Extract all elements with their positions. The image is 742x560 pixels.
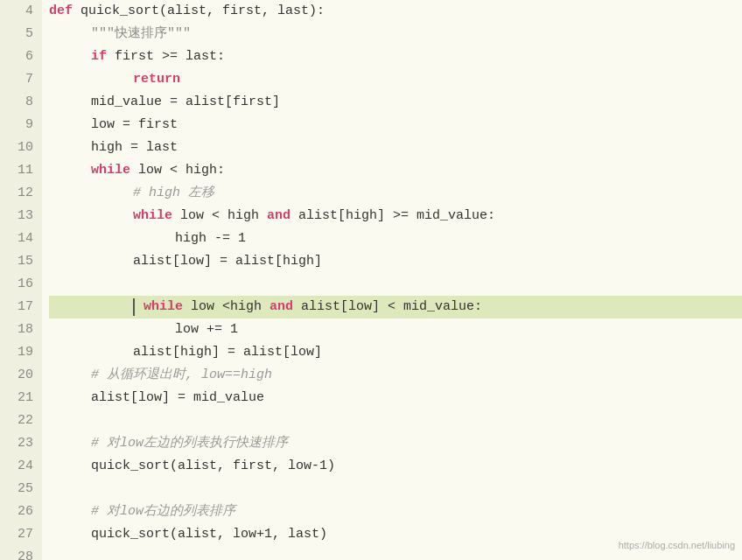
line-number-17: 17 — [0, 296, 33, 318]
line-number-18: 18 — [0, 318, 33, 341]
code-line-6: if first >= last: — [49, 46, 742, 68]
watermark: https://blog.csdn.net/liubing — [619, 534, 735, 556]
code-text-2: alist[low] < mid_value: — [293, 296, 482, 318]
code-token: quick_sort(alist, first, low-1) — [91, 455, 335, 478]
line-number-26: 26 — [0, 500, 33, 523]
code-line-4: def quick_sort(alist, first, last): — [49, 0, 742, 23]
line-number-8: 8 — [0, 91, 33, 114]
code-line-24: quick_sort(alist, first, low-1) — [49, 455, 742, 478]
code-line-17: while low <high and alist[low] < mid_val… — [49, 296, 742, 318]
line-number-6: 6 — [0, 46, 33, 68]
code-token: def — [49, 0, 73, 23]
line-number-9: 9 — [0, 114, 33, 136]
code-container: 4567891011121314151617181920212223242526… — [0, 0, 742, 560]
code-line-5: """快速排序""" — [49, 23, 742, 46]
code-token: alist[low] = alist[high] — [133, 250, 322, 273]
code-line-11: while low < high: — [49, 159, 742, 182]
line-number-11: 11 — [0, 159, 33, 182]
code-token: if — [91, 46, 107, 68]
line-number-27: 27 — [0, 523, 33, 546]
line-number-19: 19 — [0, 341, 33, 364]
code-line-10: high = last — [49, 136, 742, 159]
line-number-23: 23 — [0, 432, 33, 455]
line-number-15: 15 — [0, 250, 33, 273]
line-number-16: 16 — [0, 273, 33, 296]
code-content[interactable]: def quick_sort(alist, first, last):"""快速… — [42, 0, 742, 560]
code-token: mid_value = alist[first] — [91, 91, 280, 114]
code-token: """快速排序""" — [91, 23, 191, 46]
code-token: # 从循环退出时, — [91, 364, 201, 387]
line-number-20: 20 — [0, 364, 33, 387]
code-line-26: # 对low右边的列表排序 — [49, 500, 742, 523]
code-token: high -= 1 — [175, 228, 246, 250]
code-line-16 — [49, 273, 742, 296]
code-line-23: # 对low左边的列表执行快速排序 — [49, 432, 742, 455]
code-token: alist[high] >= mid_value: — [290, 205, 495, 228]
code-token: while — [133, 205, 172, 228]
code-token: and — [267, 205, 290, 228]
line-number-13: 13 — [0, 205, 33, 228]
code-line-12: # high 左移 — [49, 182, 742, 205]
line-number-4: 4 — [0, 0, 33, 23]
code-line-19: alist[high] = alist[low] — [49, 341, 742, 364]
code-token: alist[high] = alist[low] — [133, 341, 322, 364]
code-line-18: low += 1 — [49, 318, 742, 341]
code-token: alist[low] = mid_value — [91, 387, 264, 410]
code-token: low < high: — [130, 159, 225, 182]
code-line-9: low = first — [49, 114, 742, 136]
line-number-5: 5 — [0, 23, 33, 46]
line-number-12: 12 — [0, 182, 33, 205]
code-line-8: mid_value = alist[first] — [49, 91, 742, 114]
code-line-20: # 从循环退出时, low==high — [49, 364, 742, 387]
code-line-25 — [49, 478, 742, 500]
line-number-10: 10 — [0, 136, 33, 159]
code-token: low < high — [172, 205, 267, 228]
code-line-22 — [49, 410, 742, 432]
keyword-while: while — [144, 296, 183, 318]
text-cursor — [133, 298, 142, 316]
keyword-and: and — [270, 296, 293, 318]
code-text: low <high — [183, 296, 270, 318]
code-token: low==high — [201, 364, 272, 387]
code-token: quick_sort(alist, first, last): — [73, 0, 325, 23]
code-token: high = last — [91, 136, 178, 159]
line-number-14: 14 — [0, 228, 33, 250]
line-number-24: 24 — [0, 455, 33, 478]
code-token: low += 1 — [175, 318, 238, 341]
code-token: return — [133, 68, 180, 91]
code-line-13: while low < high and alist[high] >= mid_… — [49, 205, 742, 228]
code-token: while — [91, 159, 130, 182]
line-number-22: 22 — [0, 410, 33, 432]
code-token: # 对low左边的列表执行快速排序 — [91, 432, 288, 455]
line-number-21: 21 — [0, 387, 33, 410]
code-line-7: return — [49, 68, 742, 91]
code-token: low = first — [91, 114, 178, 136]
line-numbers: 4567891011121314151617181920212223242526… — [0, 0, 42, 560]
code-line-14: high -= 1 — [49, 228, 742, 250]
code-token: # high 左移 — [133, 182, 214, 205]
line-number-28: 28 — [0, 546, 33, 560]
code-line-15: alist[low] = alist[high] — [49, 250, 742, 273]
code-token: first >= last: — [107, 46, 225, 68]
code-token: # 对low右边的列表排序 — [91, 500, 235, 523]
line-number-7: 7 — [0, 68, 33, 91]
code-token: quick_sort(alist, low+1, last) — [91, 523, 327, 546]
line-number-25: 25 — [0, 478, 33, 500]
code-line-21: alist[low] = mid_value — [49, 387, 742, 410]
